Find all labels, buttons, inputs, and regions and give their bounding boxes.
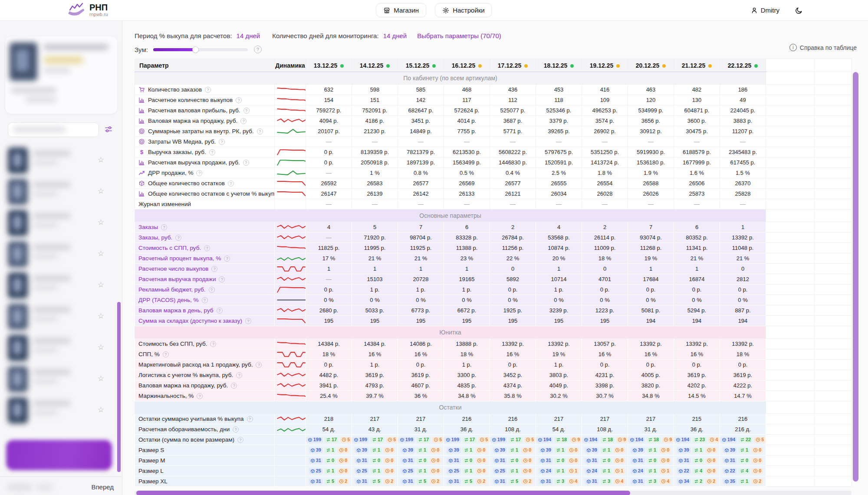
date-column-header[interactable]: 15.12.25 (398, 59, 444, 72)
help-icon[interactable]: ? (204, 245, 210, 251)
date-column-header[interactable]: 18.12.25 (536, 59, 582, 72)
app-logo[interactable]: РНП rnpwb.ru (66, 2, 108, 18)
sidebar-primary-button[interactable] (6, 440, 112, 470)
sidebar-scrollbar[interactable] (117, 302, 121, 472)
help-icon[interactable]: ? (245, 318, 251, 324)
sparkline-cell (275, 105, 306, 116)
help-icon[interactable]: ? (243, 108, 250, 114)
zoom-slider[interactable] (153, 48, 248, 51)
help-icon[interactable]: ? (247, 416, 253, 422)
dark-mode-toggle-moon-icon[interactable] (795, 7, 803, 14)
product-list-item[interactable]: ☆ (0, 301, 122, 332)
table-help-link[interactable]: i Справка по таблице (789, 44, 857, 51)
monitoring-value-dropdown[interactable]: 14 дней (383, 32, 407, 39)
param-cell: Остатки (сумма по всем размерам)? (135, 435, 274, 445)
date-column-header[interactable]: 13.12.25 (306, 59, 352, 72)
help-icon[interactable]: ? (236, 97, 242, 103)
star-icon[interactable]: ☆ (98, 280, 104, 289)
product-list-item[interactable]: ☆ (0, 145, 122, 176)
stock-size-cell: 3100 (444, 456, 490, 466)
date-column-header[interactable]: 21.12.25 (674, 59, 720, 72)
help-icon[interactable]: ? (175, 235, 181, 241)
date-column-header[interactable]: 19.12.25 (582, 59, 628, 72)
date-column-header[interactable]: 20.12.25 (628, 59, 674, 72)
date-column-header[interactable]: 17.12.25 (490, 59, 536, 72)
box-icon (630, 437, 635, 442)
help-icon[interactable]: ? (161, 224, 167, 230)
star-icon[interactable]: ☆ (98, 405, 104, 414)
date-column-header[interactable]: 22.12.25 (720, 59, 766, 72)
clock-icon (753, 458, 758, 463)
help-icon[interactable]: ? (236, 372, 242, 378)
value-cell: 1563499 р. (444, 157, 490, 168)
help-icon[interactable]: ? (233, 426, 239, 433)
shop-button[interactable]: Магазин (376, 3, 426, 17)
product-list-item[interactable]: ☆ (0, 270, 122, 301)
value-cell: — (536, 137, 582, 147)
help-icon[interactable]: ? (237, 437, 243, 443)
product-list-item[interactable]: ☆ (0, 364, 122, 395)
value-cell: 18 % (306, 349, 352, 360)
pagination-next-button[interactable]: Вперед (91, 483, 114, 491)
table-horizontal-scrollbar-thumb[interactable] (136, 491, 630, 495)
help-icon[interactable]: ? (224, 256, 230, 262)
help-icon[interactable]: ? (209, 149, 215, 155)
help-icon[interactable]: ? (217, 308, 223, 314)
help-icon[interactable]: ? (211, 266, 217, 272)
settings-button[interactable]: Настройки (435, 3, 492, 17)
help-icon[interactable]: ? (210, 341, 216, 347)
product-list-item[interactable]: ☆ (0, 176, 122, 207)
value-cell: 26583 (352, 178, 398, 189)
product-list-item[interactable]: ☆ (0, 395, 122, 426)
value-cell: 4014 р. (444, 116, 490, 126)
help-icon[interactable]: ? (209, 287, 215, 293)
help-icon[interactable]: ? (163, 351, 169, 357)
product-list-item[interactable]: ☆ (0, 332, 122, 364)
table-horizontal-scrollbar-track[interactable] (135, 491, 852, 495)
help-icon[interactable]: ? (205, 87, 211, 93)
value-cell: 80352 р. (674, 233, 720, 243)
help-icon[interactable]: ? (256, 362, 262, 368)
star-icon[interactable]: ☆ (98, 187, 104, 196)
star-icon[interactable]: ☆ (98, 218, 104, 227)
help-icon[interactable]: ? (197, 393, 203, 399)
date-column-header[interactable]: 14.12.25 (352, 59, 398, 72)
value-cell: 5 (352, 222, 398, 233)
zoom-slider-thumb[interactable] (193, 47, 198, 52)
zoom-help-icon[interactable]: ? (254, 46, 262, 53)
profile-card[interactable] (5, 36, 117, 114)
help-icon[interactable]: ? (243, 160, 249, 166)
help-icon[interactable]: ? (196, 170, 202, 176)
empty-cell (815, 126, 852, 137)
empty-cell (766, 189, 815, 199)
star-icon[interactable]: ☆ (98, 374, 104, 383)
product-search-input[interactable] (8, 122, 99, 137)
period-value-dropdown[interactable]: 14 дней (237, 32, 260, 39)
stock-badge-orange: 0 (659, 447, 671, 453)
user-menu[interactable]: Dmitry (751, 7, 779, 14)
empty-cell (766, 349, 815, 360)
star-icon[interactable]: ☆ (98, 249, 104, 258)
table-vertical-scrollbar[interactable] (853, 72, 858, 482)
help-icon[interactable]: ? (219, 139, 225, 145)
help-icon[interactable]: ? (257, 128, 263, 134)
value-cell: 7 (628, 222, 674, 233)
help-icon[interactable]: ? (228, 180, 234, 187)
product-list-item[interactable]: ☆ (0, 239, 122, 270)
help-icon[interactable]: ? (219, 276, 225, 282)
star-icon[interactable]: ☆ (98, 155, 104, 164)
star-icon[interactable]: ☆ (98, 311, 104, 321)
param-label: Стоимость без СПП, руб. (138, 341, 207, 347)
filter-sliders-icon[interactable] (104, 125, 113, 134)
date-column-header[interactable]: 16.12.25 (444, 59, 490, 72)
help-icon[interactable]: ? (240, 118, 247, 124)
empty-cell (766, 137, 815, 147)
value-cell: 3803 р. (536, 370, 582, 380)
product-list-item[interactable]: ☆ (0, 207, 122, 239)
star-icon[interactable]: ☆ (98, 343, 104, 352)
help-icon[interactable]: ? (231, 383, 237, 389)
stock-size-cell: 3910 (444, 445, 490, 456)
stock-size-cell: 3422 (674, 476, 720, 487)
select-parameters-link[interactable]: Выбрать параметры (70/70) (417, 32, 501, 39)
help-icon[interactable]: ? (202, 297, 208, 303)
